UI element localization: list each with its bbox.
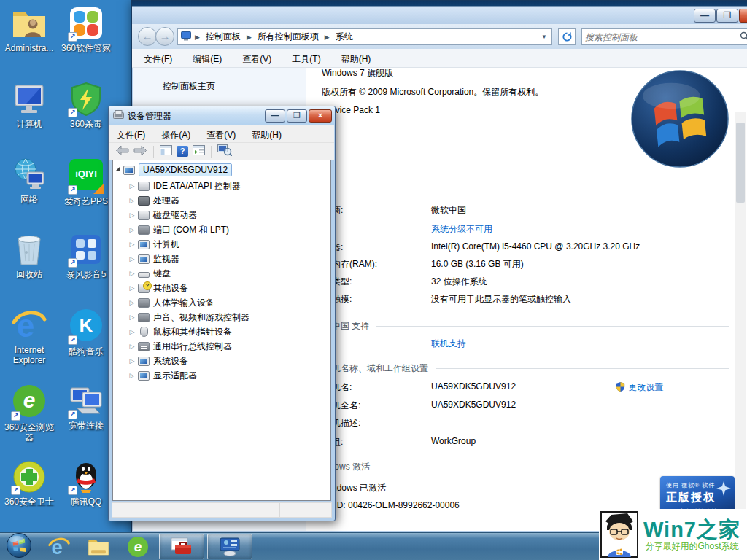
taskbar-windows-explorer[interactable] <box>79 534 118 560</box>
taskbar-internet-explorer[interactable]: e <box>39 534 79 560</box>
tree-item-other-devices[interactable]: ▷其他设备 <box>115 281 329 295</box>
desktop-icon-recycle-bin[interactable]: 回收站 <box>0 232 58 279</box>
breadcrumb-item[interactable]: 系统 <box>333 30 355 44</box>
maximize-button[interactable]: ❐ <box>716 9 738 23</box>
tree-item-usb[interactable]: ▷通用串行总线控制器 <box>115 339 329 354</box>
tree-item-monitors[interactable]: ▷监视器 <box>115 252 329 266</box>
expand-icon[interactable]: ▷ <box>128 182 136 190</box>
breadcrumb-dropdown-icon[interactable]: ▼ <box>541 34 549 40</box>
expand-icon[interactable]: ▷ <box>128 314 136 321</box>
tree-item-keyboards[interactable]: ▷键盘 <box>115 266 329 281</box>
tree-root-row[interactable]: UA59XDK5GDUV912 <box>115 163 329 177</box>
desktop-icon-kugou[interactable]: K ↗ 酷狗音乐 <box>57 308 115 357</box>
expand-icon[interactable]: ▷ <box>128 284 136 292</box>
tree-item-processors[interactable]: ▷处理器 <box>115 193 329 208</box>
breadcrumb-item[interactable]: 所有控制面板项 <box>255 30 321 44</box>
tree-item-system-devices[interactable]: ▷系统设备 <box>115 354 329 368</box>
search-input[interactable] <box>582 32 736 42</box>
change-settings[interactable]: 更改设置 <box>615 381 663 394</box>
scan-hardware-button[interactable] <box>217 144 232 158</box>
breadcrumb[interactable]: ▶ 控制面板 ▶ 所有控制面板项 ▶ 系统 ▼ <box>177 28 552 45</box>
taskbar-system-control-panel-active[interactable] <box>207 534 252 559</box>
expand-icon[interactable]: ▷ <box>128 211 136 219</box>
desktop-icon-360-safeguard[interactable]: ↗ 360安全卫士 <box>0 459 58 507</box>
menu-file[interactable]: 文件(F) <box>144 53 172 67</box>
menu-file[interactable]: 文件(F) <box>117 129 145 142</box>
info-value: 微软中国 <box>431 204 466 217</box>
start-button[interactable] <box>6 532 32 560</box>
expand-icon[interactable]: ▷ <box>128 241 136 248</box>
back-button[interactable] <box>115 145 129 158</box>
tree-item-computer[interactable]: ▷计算机 <box>115 237 329 252</box>
desktop-icon-baofeng[interactable]: ↗ 暴风影音5 <box>57 232 115 279</box>
system-window-titlebar[interactable] <box>132 1 747 24</box>
info-value: 32 位操作系统 <box>431 276 487 288</box>
refresh-button[interactable] <box>558 28 576 45</box>
desktop-icon-internet-explorer[interactable]: e Internet Explorer <box>0 308 58 365</box>
computer-icon <box>123 166 135 175</box>
expand-icon[interactable]: ▷ <box>128 299 136 306</box>
desktop-icon-360-software-manager[interactable]: ↗ 360软件管家 <box>57 6 115 53</box>
online-support-link[interactable]: 联机支持 <box>431 338 466 350</box>
sidebar-item-control-panel-home[interactable]: 控制面板主页 <box>163 80 306 93</box>
internet-explorer-icon: e <box>12 308 47 343</box>
system-rating-link[interactable]: 系统分级不可用 <box>431 223 492 236</box>
desktop-icon-network[interactable]: 网络 <box>0 157 58 204</box>
restore-button[interactable]: ❐ <box>287 109 307 122</box>
forward-button[interactable]: → <box>155 27 174 46</box>
menu-help[interactable]: 帮助(H) <box>252 129 282 142</box>
expand-icon[interactable]: ▷ <box>128 255 136 262</box>
processor-icon <box>138 196 150 206</box>
menu-help[interactable]: 帮助(H) <box>341 53 371 67</box>
desktop-icon-360-antivirus[interactable]: ↗ 360杀毒 <box>57 82 115 129</box>
expand-icon[interactable]: ▷ <box>128 372 136 379</box>
close-button[interactable]: × <box>739 9 747 23</box>
minimize-button[interactable]: — <box>265 109 285 122</box>
desktop-icon-label: 360安全卫士 <box>0 497 58 507</box>
menu-tools[interactable]: 工具(T) <box>292 53 320 67</box>
search-box[interactable] <box>581 28 747 45</box>
tree-item-hid[interactable]: ▷人体学输入设备 <box>115 295 329 310</box>
tree-item-mice[interactable]: ▷鼠标和其他指针设备 <box>115 324 329 339</box>
tree-item-display-adapters[interactable]: ▷显示适配器 <box>115 368 329 383</box>
menu-view[interactable]: 查看(V) <box>242 53 271 67</box>
vertical-scrollbar[interactable] <box>735 112 746 521</box>
menu-action[interactable]: 操作(A) <box>161 129 190 142</box>
desktop-icon-360-browser[interactable]: e ↗ 360安全浏览器 <box>0 384 58 443</box>
collapse-icon[interactable] <box>115 166 120 171</box>
breadcrumb-item[interactable]: 控制面板 <box>204 30 243 44</box>
desktop-icon-broadband[interactable]: ↗ 宽带连接 <box>57 384 115 431</box>
expand-icon[interactable]: ▷ <box>128 328 136 335</box>
menu-view[interactable]: 查看(V) <box>206 129 236 142</box>
minimize-button[interactable]: — <box>694 9 716 23</box>
section-header-support: 微软中国 支持 <box>314 320 729 332</box>
expand-icon[interactable]: ▷ <box>128 343 136 350</box>
tree-root-label[interactable]: UA59XDK5GDUV912 <box>139 163 232 176</box>
action-pane-button[interactable] <box>193 145 205 158</box>
desktop-icon-iqiyi[interactable]: iQIYI ↗ 爱奇艺PPS <box>57 157 115 206</box>
menu-edit[interactable]: 编辑(E) <box>193 53 222 67</box>
change-settings-link[interactable]: 更改设置 <box>628 382 663 392</box>
back-button[interactable]: ← <box>138 27 157 46</box>
expand-icon[interactable]: ▷ <box>128 357 136 365</box>
shortcut-arrow-icon: ↗ <box>68 185 77 195</box>
device-manager-titlebar[interactable]: 设备管理器 — ❐ × <box>109 106 335 125</box>
forward-button[interactable] <box>133 145 147 158</box>
show-console-tree-button[interactable] <box>160 145 172 158</box>
tree-item-sound[interactable]: ▷声音、视频和游戏控制器 <box>115 310 329 324</box>
help-button[interactable]: ? <box>177 146 188 157</box>
search-icon[interactable] <box>736 31 747 43</box>
taskbar-360-browser[interactable]: e <box>118 534 158 560</box>
desktop-icon-qq[interactable]: ↗ 腾讯QQ <box>57 459 115 507</box>
expand-icon[interactable]: ▷ <box>128 226 136 233</box>
tree-item-ports[interactable]: ▷端口 (COM 和 LPT) <box>115 222 329 237</box>
desktop-icon-administrator[interactable]: Administra... <box>0 6 58 53</box>
scrollbar-thumb[interactable] <box>736 122 745 203</box>
close-button[interactable]: × <box>309 109 332 122</box>
expand-icon[interactable]: ▷ <box>128 270 136 277</box>
tree-item-ide[interactable]: ▷IDE ATA/ATAPI 控制器 <box>115 179 329 193</box>
desktop-icon-computer[interactable]: 计算机 <box>0 82 58 129</box>
tree-item-disk-drives[interactable]: ▷磁盘驱动器 <box>115 208 329 222</box>
taskbar-device-manager-active[interactable] <box>159 534 204 559</box>
expand-icon[interactable]: ▷ <box>128 197 136 204</box>
